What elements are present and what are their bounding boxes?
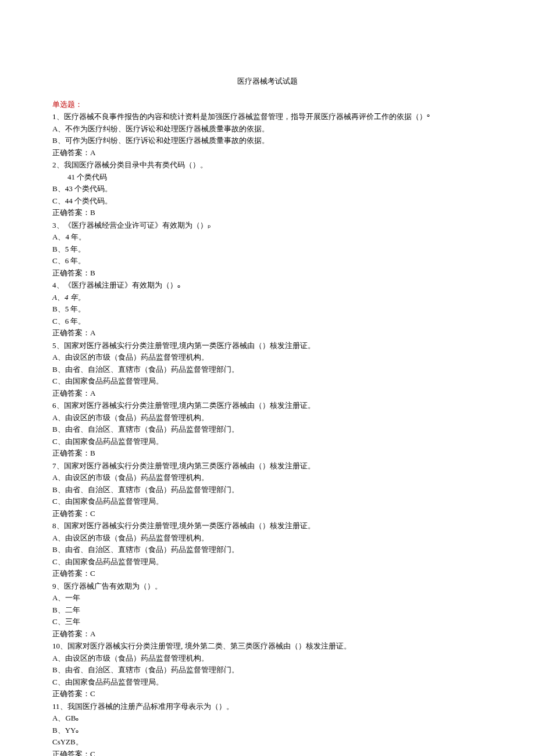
answer-text: 正确答案：A	[52, 628, 483, 640]
section-header: 单选题：	[52, 99, 483, 110]
option-text: C、6 年。	[52, 255, 483, 267]
option-text: B、可作为医疗纠纷、医疗诉讼和处理医疗器械质量事故的依据。	[52, 135, 483, 146]
answer-text: 正确答案：B	[52, 207, 483, 218]
document-title: 医疗器械考试试题	[52, 76, 483, 87]
option-text: A、由设区的市级（食品）药品监督管理机构。	[52, 653, 483, 664]
question-block: 5、国家对医疗器械实行分类注册管理,境内第一类医疗器械由（）核发注册证。A、由设…	[52, 340, 483, 399]
option-text: A、由设区的市级（食品）药品监督管理机构。	[52, 412, 483, 424]
answer-text: 正确答案：B	[52, 447, 483, 459]
option-text: A、不作为医疗纠纷、医疗诉讼和处理医疗器械质量事故的依据。	[52, 123, 483, 135]
option-text: A、由设区的市级（食品）药品监督管理机构。	[52, 532, 483, 544]
option-text: A、4 年。	[52, 292, 483, 303]
option-text: B、由省、自治区、直辖市（食品）药品监督管理部门。	[52, 484, 483, 496]
answer-text: 正确答案：A	[52, 147, 483, 159]
option-text: C、44 个类代码。	[52, 195, 483, 207]
questions-container: 1、医疗器械不良事件报告的内容和统计资料是加强医疗器械监督管理，指导开展医疗器械…	[52, 111, 483, 756]
option-text: C、由国家食品药品监督管理局。	[52, 375, 483, 387]
option-text: B、5 年。	[52, 243, 483, 255]
question-text: 4、《医疗器械注册证》有效期为（）ₒ	[52, 280, 483, 291]
question-text: 7、国家对医疗器械实行分类注册管理,境内第三类医疗器械由（）核发注册证。	[52, 460, 483, 472]
option-text: C、由国家食品药品监督管理局。	[52, 496, 483, 507]
option-text: A、GBₒ	[52, 712, 483, 724]
option-text: CsYZB。	[52, 736, 483, 748]
option-text: B、由省、自治区、直辖市（食品）药品监督管理部门。	[52, 544, 483, 556]
question-text: 2、我国医疗器械分类目录中共有类代码（）。	[52, 159, 483, 171]
answer-text: 正确答案：A	[52, 327, 483, 339]
question-text: 5、国家对医疗器械实行分类注册管理,境内第一类医疗器械由（）核发注册证。	[52, 340, 483, 352]
option-text: C、由国家食品药品监督管理局。	[52, 436, 483, 447]
option-text: A、由设区的市级（食品）药品监督管理机构。	[52, 472, 483, 483]
question-block: 3、《医疗器械经营企业许可证》有效期为（）ₚA、4 年。B、5 年。C、6 年。…	[52, 220, 483, 279]
answer-text: 正确答案：C	[52, 688, 483, 700]
option-text: B、5 年。	[52, 303, 483, 315]
question-text: 3、《医疗器械经营企业许可证》有效期为（）ₚ	[52, 220, 483, 231]
option-text: C、6 年。	[52, 316, 483, 327]
option-text: B、二年	[52, 604, 483, 616]
question-text: 8、国家对医疗器械实行分类注册管理,境外第一类医疗器械由（）核发注册证。	[52, 520, 483, 532]
option-text: 41 个类代码	[52, 171, 483, 183]
option-text: B、由省、自治区、直辖市（食品）药品监督管理部门。	[52, 364, 483, 375]
answer-text: 正确答案：A	[52, 388, 483, 399]
answer-text: 正确答案：C	[52, 508, 483, 519]
question-block: 10、国家对医疗器械实行分类注册管理, 境外第二类、第三类医疗器械由（）核发注册…	[52, 640, 483, 700]
question-block: 9、医疗器械广告有效期为（）。A、一年B、二年C、三年正确答案：A	[52, 581, 483, 640]
option-text: B、由省、自治区、直辖市（食品）药品监督管理部门。	[52, 664, 483, 676]
answer-text: 正确答案：C	[52, 568, 483, 579]
question-block: 11、我国医疗器械的注册产品标准用字母表示为（）。A、GBₒB、YYₒCsYZB…	[52, 701, 483, 757]
question-block: 1、医疗器械不良事件报告的内容和统计资料是加强医疗器械监督管理，指导开展医疗器械…	[52, 111, 483, 158]
question-text: 11、我国医疗器械的注册产品标准用字母表示为（）。	[52, 701, 483, 712]
question-text: 6、国家对医疗器械实行分类注册管理,境内第二类医疗器械由（）核发注册证。	[52, 400, 483, 411]
option-text: B、YYₒ	[52, 725, 483, 736]
option-text: B、由省、自治区、直辖市（食品）药品监督管理部门。	[52, 424, 483, 435]
question-block: 4、《医疗器械注册证》有效期为（）ₒA、4 年。B、5 年。C、6 年。正确答案…	[52, 280, 483, 339]
option-text: A、一年	[52, 592, 483, 604]
option-text: A、4 年。	[52, 231, 483, 243]
option-text: C、由国家食品药品监督管理局。	[52, 556, 483, 568]
option-text: A、由设区的市级（食品）药品监督管理机构。	[52, 352, 483, 363]
question-text: 10、国家对医疗器械实行分类注册管理, 境外第二类、第三类医疗器械由（）核发注册…	[52, 640, 483, 652]
answer-text: 正确答案：C	[52, 748, 483, 757]
option-text: B、43 个类代码。	[52, 183, 483, 195]
question-text: 1、医疗器械不良事件报告的内容和统计资料是加强医疗器械监督管理，指导开展医疗器械…	[52, 111, 483, 123]
question-block: 8、国家对医疗器械实行分类注册管理,境外第一类医疗器械由（）核发注册证。A、由设…	[52, 520, 483, 579]
option-text: C、三年	[52, 616, 483, 628]
question-block: 6、国家对医疗器械实行分类注册管理,境内第二类医疗器械由（）核发注册证。A、由设…	[52, 400, 483, 459]
question-text: 9、医疗器械广告有效期为（）。	[52, 581, 483, 592]
question-block: 7、国家对医疗器械实行分类注册管理,境内第三类医疗器械由（）核发注册证。A、由设…	[52, 460, 483, 519]
answer-text: 正确答案：B	[52, 267, 483, 279]
option-text: C、由国家食品药品监督管理局。	[52, 676, 483, 688]
question-block: 2、我国医疗器械分类目录中共有类代码（）。41 个类代码B、43 个类代码。C、…	[52, 159, 483, 218]
